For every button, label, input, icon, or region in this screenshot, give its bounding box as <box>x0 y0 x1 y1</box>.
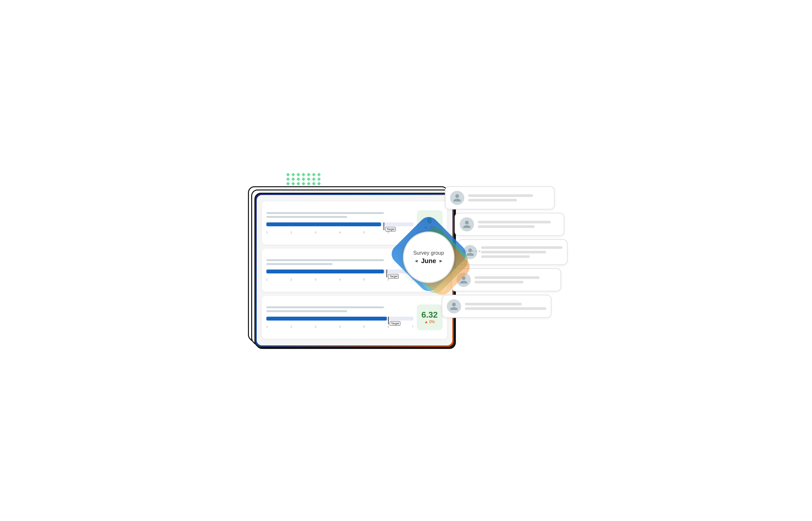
line-4-2 <box>475 281 523 284</box>
line-3-3 <box>481 255 530 258</box>
survey-month: June <box>421 257 436 265</box>
bar-label-2 <box>266 259 384 261</box>
bar-label-1 <box>266 212 384 214</box>
person-card-5 <box>442 295 551 318</box>
next-month-arrow[interactable]: ► <box>439 258 443 264</box>
person-icon-1 <box>453 194 462 202</box>
avatar-5 <box>447 299 461 313</box>
line-3-1 <box>481 246 562 249</box>
prev-month-arrow[interactable]: ◄ <box>414 258 419 264</box>
line-5-1 <box>465 303 522 305</box>
bar-fill-3 <box>266 317 387 320</box>
bar-row-3: Target 1 2 3 4 5 6 7 <box>262 296 447 339</box>
line-5-2 <box>465 307 546 310</box>
bar-track-3: Target <box>266 314 413 323</box>
line-2-1 <box>478 221 551 223</box>
target-line-3 <box>388 317 389 324</box>
person-card-1 <box>445 186 555 209</box>
person-cards-container <box>458 186 568 318</box>
survey-group-label: Survey group <box>413 250 444 256</box>
line-4-1 <box>475 276 540 279</box>
person-icon-5 <box>449 302 458 311</box>
survey-circle: Survey group ◄ June ► <box>403 231 455 283</box>
score-value-3: 6.32 <box>421 311 438 319</box>
bar-fill-2 <box>266 270 384 273</box>
card-lines-5 <box>465 303 546 310</box>
avatar-1 <box>450 191 464 205</box>
target-line-1 <box>384 222 384 230</box>
bar-label-3 <box>266 306 384 308</box>
card-lines-4 <box>475 276 556 284</box>
line-1-1 <box>468 194 533 197</box>
person-card-2 <box>455 213 564 236</box>
score-badge-3: 6.32 ▲ 0% <box>417 304 443 330</box>
person-card-3 <box>458 239 568 265</box>
bar-fill-1 <box>266 222 381 226</box>
bar-chart-area-3: Target 1 2 3 4 5 6 7 <box>266 306 413 328</box>
bar-sublabel-3 <box>266 310 347 312</box>
target-label-3: Target <box>390 321 400 326</box>
survey-month-row: ◄ June ► <box>414 257 443 265</box>
main-scene: Target 1 2 3 4 5 6 7 <box>245 167 568 354</box>
line-3-2 <box>481 251 546 253</box>
line-1-2 <box>468 199 517 201</box>
line-2-2 <box>478 225 535 228</box>
bar-sublabel-2 <box>266 263 333 265</box>
bar-sublabel-1 <box>266 216 347 218</box>
score-change-3: ▲ 0% <box>424 320 435 324</box>
card-lines-3 <box>481 246 562 258</box>
card-lines-1 <box>468 194 549 201</box>
card-lines-2 <box>478 221 559 228</box>
